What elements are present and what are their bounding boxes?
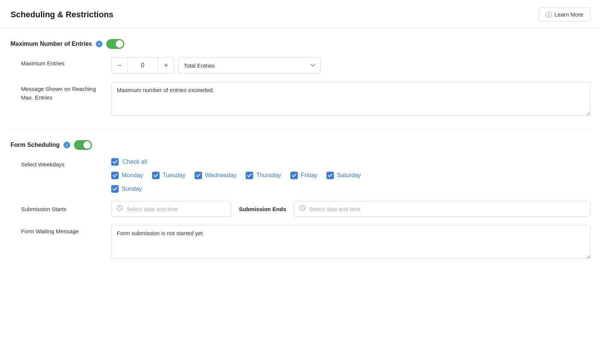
max-entries-control: − + Total Entries (111, 57, 590, 74)
day-wednesday[interactable]: Wednesday (195, 172, 237, 179)
section-divider (11, 129, 590, 130)
waiting-message-textarea[interactable]: Form submission is not started yet. (111, 225, 590, 259)
day-thursday[interactable]: Thursday (246, 172, 281, 179)
weekdays-section: Check all Monday (111, 158, 590, 193)
form-scheduling-header: Form Scheduling i (11, 140, 590, 150)
day-monday[interactable]: Monday (111, 172, 143, 179)
message-label: Message Shown on Reaching Max. Entries (21, 82, 104, 102)
number-stepper: − + Total Entries (111, 57, 590, 74)
day-saturday[interactable]: Saturday (326, 172, 361, 179)
stepper-input[interactable] (128, 57, 158, 74)
weekdays-label: Select Weekdays (21, 158, 104, 168)
max-entries-section: Maximum Number of Entries i Maximum Entr… (11, 39, 590, 117)
friday-checkbox[interactable] (290, 172, 298, 179)
submission-starts-input[interactable]: Select date and time (111, 201, 231, 217)
thursday-label: Thursday (256, 172, 281, 179)
submission-ends-label: Submission Ends (239, 206, 286, 212)
message-control: Maximum number of entries exceeded. (111, 82, 590, 117)
page-container: Scheduling & Restrictions i Learn More M… (0, 0, 601, 364)
saturday-label: Saturday (337, 172, 361, 179)
thursday-checkbox[interactable] (246, 172, 253, 179)
check-all-label[interactable]: Check all (122, 159, 147, 165)
waiting-message-label: Form Waiting Message (21, 225, 104, 234)
waiting-message-row: Form Waiting Message Form submission is … (11, 225, 590, 260)
content-area: Maximum Number of Entries i Maximum Entr… (0, 29, 601, 283)
friday-label: Friday (301, 172, 317, 179)
max-entries-row: Maximum Entries − + Total Entries (11, 57, 590, 74)
waiting-message-control: Form submission is not started yet. (111, 225, 590, 260)
toggle-thumb-2 (83, 141, 91, 149)
increment-button[interactable]: + (158, 57, 174, 74)
message-row: Message Shown on Reaching Max. Entries M… (11, 82, 590, 117)
tuesday-checkbox[interactable] (152, 172, 160, 179)
submission-starts-label: Submission Starts (21, 206, 104, 212)
entries-type-select[interactable]: Total Entries (178, 57, 321, 74)
max-entries-message-textarea[interactable]: Maximum number of entries exceeded. (111, 82, 590, 116)
day-sunday[interactable]: Sunday (111, 185, 142, 193)
learn-more-label: Learn More (554, 11, 583, 18)
learn-more-button[interactable]: i Learn More (539, 8, 590, 21)
max-entries-header: Maximum Number of Entries i (11, 39, 590, 49)
saturday-checkbox[interactable] (326, 172, 334, 179)
day-tuesday[interactable]: Tuesday (152, 172, 186, 179)
header: Scheduling & Restrictions i Learn More (0, 0, 601, 29)
toggle-thumb (116, 40, 123, 48)
clock-icon-starts (117, 205, 123, 213)
info-circle-icon: i (546, 12, 552, 18)
submission-ends-input[interactable]: Select date and time (294, 201, 590, 217)
monday-checkbox[interactable] (111, 172, 119, 179)
decrement-button[interactable]: − (111, 57, 128, 74)
page-title: Scheduling & Restrictions (11, 10, 113, 20)
form-scheduling-toggle[interactable] (74, 140, 92, 150)
tuesday-label: Tuesday (163, 172, 186, 179)
max-entries-label: Maximum Entries (21, 57, 104, 66)
day-friday[interactable]: Friday (290, 172, 317, 179)
weekdays-control: Check all Monday (111, 158, 590, 193)
days-row-1: Monday Tuesday (111, 172, 590, 179)
submission-starts-placeholder: Select date and time (127, 206, 178, 212)
clock-icon-ends (299, 205, 305, 213)
wednesday-label: Wednesday (205, 172, 237, 179)
check-all-checkbox[interactable] (111, 158, 119, 166)
form-scheduling-section: Form Scheduling i Select Weekdays (11, 140, 590, 260)
days-row-2: Sunday (111, 185, 590, 193)
sunday-label: Sunday (122, 186, 142, 192)
submission-ends-placeholder: Select date and time (309, 206, 361, 212)
monday-label: Monday (122, 172, 143, 179)
weekdays-row: Select Weekdays Check all (11, 158, 590, 193)
form-scheduling-title: Form Scheduling (11, 142, 60, 148)
sunday-checkbox[interactable] (111, 185, 119, 193)
wednesday-checkbox[interactable] (195, 172, 202, 179)
max-entries-title: Maximum Number of Entries (11, 41, 92, 47)
check-all-row: Check all (111, 158, 590, 166)
max-entries-info-icon[interactable]: i (96, 41, 103, 47)
submission-row: Submission Starts Select date and time S… (11, 201, 590, 217)
form-scheduling-info-icon[interactable]: i (63, 142, 70, 148)
max-entries-toggle[interactable] (106, 39, 124, 49)
